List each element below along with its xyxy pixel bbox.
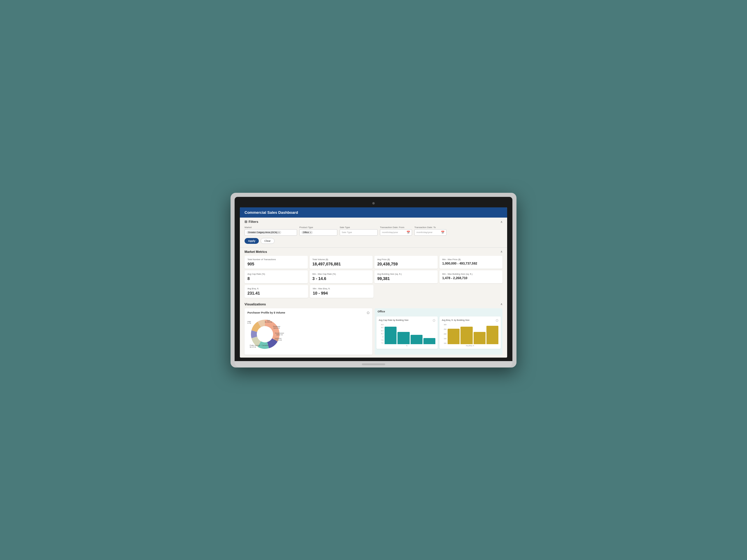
sale-type-label: Sale Type [340, 226, 378, 229]
filters-title: ⊟ Filters [244, 220, 258, 224]
sqft-bar-3 [473, 332, 486, 344]
metric-value-4: 8 [248, 276, 305, 281]
product-type-input[interactable]: Office × [300, 229, 337, 236]
sale-type-input[interactable]: Sale Type [340, 229, 378, 236]
apply-button[interactable]: Apply [244, 238, 259, 244]
date-to-placeholder: month/day/year [416, 231, 433, 234]
cap-rate-export-icon[interactable]: ⬡ [433, 319, 435, 322]
laptop-screen: Commercial Sales Dashboard ⊟ Filters ∧ M… [240, 207, 507, 357]
metric-card-min-max-building: Min - Max Building Size (sq. ft.) 1,478 … [439, 270, 503, 283]
sqft-chart: 300 250 200 150 100 [442, 324, 498, 344]
viz-section-title: Visualizations [244, 302, 266, 306]
metric-value-5: 3 - 14.6 [312, 276, 370, 281]
filter-icon: ⊟ [244, 220, 247, 224]
button-row: Apply Clear [244, 238, 503, 244]
metrics-row-1: Total Number of Transactions 905 Total V… [244, 256, 503, 269]
cap-rate-chart-title: Avg Cap Rate by Building Size [379, 319, 409, 322]
date-from-input[interactable]: month/day/year 📅 [380, 229, 412, 236]
viz-grid: Purchaser Profile by $ Volume ⬡ [244, 308, 503, 355]
visualizations-section: Visualizations ∧ Purchaser Profile by $ … [240, 300, 507, 357]
dashboard-title: Commercial Sales Dashboard [244, 210, 298, 215]
cap-rate-bars [385, 324, 435, 344]
svg-text:$1,243.8 M: $1,243.8 M [265, 321, 272, 323]
metric-card-min-max-price: Min - Max Price ($) 1,000,000 - 493,737,… [439, 256, 503, 269]
svg-text:$4,174 M: $4,174 M [250, 346, 256, 348]
purchaser-chart-title: Purchaser Profile by $ Volume [248, 311, 285, 314]
dashboard-header: Commercial Sales Dashboard [240, 207, 507, 218]
viz-header: Visualizations ∧ [244, 302, 503, 306]
cap-rate-chart: 8.8 8.6 8.4 8.2 8 7.8 7.6 [379, 324, 435, 344]
office-title-text: Office [378, 310, 385, 313]
sqft-export-icon[interactable]: ⬡ [496, 319, 498, 322]
sqft-chart-title: Avg $/sq. ft. by Building Size [442, 319, 469, 322]
product-type-tag-close[interactable]: × [310, 231, 311, 234]
market-label: Market [244, 226, 297, 229]
donut-svg: User $1,243.8 M Developer $240.4 M Gover… [248, 317, 285, 352]
metric-value-1: 18,497,076,881 [312, 262, 370, 266]
date-from-label: Transaction Date: From [380, 226, 412, 229]
metric-card-min-max-cap: Min - Max Cap Rate (%) 3 - 14.6 [310, 270, 373, 283]
purchaser-chart-card: Purchaser Profile by $ Volume ⬡ [244, 308, 372, 355]
metric-value-0: 905 [248, 262, 305, 266]
svg-text:$3,001.6 M: $3,001.6 M [274, 339, 282, 341]
market-filter-group: Market Greater Calgary Area (GCA) × [244, 226, 297, 236]
cap-rate-bar-1 [385, 327, 396, 344]
metric-card-min-max-sqft: Min - Max $/sq. ft. 10 - 994 [310, 285, 374, 298]
metric-value-3: 1,000,000 - 493,737,592 [442, 262, 500, 265]
cap-rate-chart-card: Avg Cap Rate by Building Size ⬡ 8.8 8.6 … [377, 317, 438, 349]
sale-type-filter-group: Sale Type Sale Type [340, 226, 378, 236]
calendar-to-icon: 📅 [441, 231, 444, 234]
market-tag-text: Greater Calgary Area (GCA) [248, 231, 277, 234]
svg-text:$240.4 M: $240.4 M [274, 327, 280, 329]
filters-header: ⊟ Filters ∧ [244, 220, 503, 224]
metric-label-5: Min - Max Cap Rate (%) [312, 273, 370, 275]
date-from-filter-group: Transaction Date: From month/day/year 📅 [380, 226, 412, 236]
filter-row: Market Greater Calgary Area (GCA) × Prod… [244, 226, 503, 236]
cap-rate-chart-title-row: Avg Cap Rate by Building Size ⬡ [379, 319, 435, 322]
cap-rate-bar-2 [397, 332, 409, 344]
metric-value-6: 99,381 [377, 276, 435, 281]
product-type-tag: Office × [302, 231, 313, 234]
metric-label-3: Min - Max Price ($) [442, 258, 500, 261]
metric-value-9: 10 - 994 [313, 291, 370, 295]
metric-card-volume: Total Volume ($) 18,497,076,881 [310, 256, 373, 269]
market-tag: Greater Calgary Area (GCA) × [247, 231, 281, 234]
metric-value-8: 231.41 [248, 291, 305, 295]
product-type-label: Product Type [300, 226, 337, 229]
metric-card-transactions: Total Number of Transactions 905 [244, 256, 308, 269]
metric-card-avg-price: Avg Price ($) 20,438,759 [375, 256, 438, 269]
metric-card-avg-building: Avg Building Size (sq. ft.) 99,381 [375, 270, 438, 283]
office-section: Office Avg Cap Rate by Building Size ⬡ [375, 308, 503, 355]
sale-type-placeholder: Sale Type [342, 231, 352, 234]
clear-button[interactable]: Clear [261, 238, 275, 244]
date-to-input[interactable]: month/day/year 📅 [414, 229, 446, 236]
market-tag-close[interactable]: × [278, 231, 280, 234]
metric-label-4: Avg Cap Rate (%) [248, 273, 305, 275]
metrics-collapse-icon[interactable]: ∧ [500, 250, 503, 253]
metric-label-2: Avg Price ($) [377, 258, 435, 261]
metric-value-2: 20,438,759 [377, 262, 435, 266]
sqft-chart-card: Avg $/sq. ft. by Building Size ⬡ 300 250… [439, 317, 501, 349]
viz-collapse-icon[interactable]: ∧ [500, 302, 503, 306]
filters-section: ⊟ Filters ∧ Market Greater Calgary Area … [240, 218, 507, 248]
cap-rate-bar-3 [411, 335, 422, 344]
cap-rate-bar-4 [423, 338, 435, 344]
collapse-icon[interactable]: ∧ [500, 220, 503, 223]
metric-label-0: Total Number of Transactions [248, 258, 305, 261]
svg-text:$309.7 M: $309.7 M [277, 334, 283, 336]
donut-container: User $1,243.8 M Developer $240.4 M Gover… [248, 317, 369, 352]
metric-label-1: Total Volume ($) [312, 258, 370, 261]
sqft-chart-title-row: Avg $/sq. ft. by Building Size ⬡ [442, 319, 498, 322]
metrics-row-2: Avg Cap Rate (%) 8 Min - Max Cap Rate (%… [244, 270, 503, 283]
purchaser-export-icon[interactable]: ⬡ [367, 311, 369, 314]
laptop-vent [362, 364, 385, 365]
purchaser-chart-title-row: Purchaser Profile by $ Volume ⬡ [248, 311, 369, 314]
date-to-filter-group: Transaction Date: To month/day/year 📅 [414, 226, 446, 236]
office-header: Office [375, 308, 503, 315]
date-from-placeholder: month/day/year [382, 231, 398, 234]
metrics-section-header: Market Metrics ∧ [244, 250, 503, 254]
market-input[interactable]: Greater Calgary Area (GCA) × [244, 229, 297, 236]
sqft-bars [447, 324, 498, 344]
metric-value-7: 1,478 - 2,268,710 [442, 276, 500, 280]
metric-label-9: Min - Max $/sq. ft. [313, 287, 370, 290]
